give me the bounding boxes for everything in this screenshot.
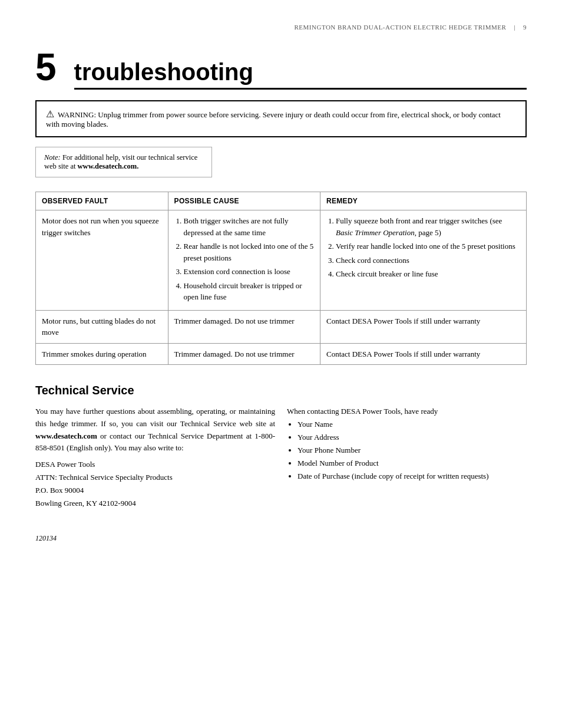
cause-3: Trimmer damaged. Do not use trimmer [168,343,320,365]
causes-1: Both trigger switches are not fully depr… [168,210,320,311]
page-header: REMINGTON BRAND DUAL-ACTION ELECTRIC HED… [35,24,527,31]
table-row: Motor runs, but cutting blades do not mo… [36,310,527,343]
cause-1-2: Rear handle is not locked into one of th… [184,241,314,263]
note-box: Note: For additional help, visit our tec… [35,147,212,177]
remedy-1-1: Fully squeeze both front and rear trigge… [336,215,520,238]
troubleshooting-table: OBSERVED FAULT POSSIBLE CAUSE REMEDY Mot… [35,192,527,365]
col-header-remedy: REMEDY [320,192,527,210]
remedy-1-4: Check circuit breaker or line fuse [336,268,520,280]
note-text: For additional help, visit our technical… [44,153,197,170]
page-number: 9 [523,24,527,31]
list-item: Your Name [297,418,527,431]
remedy-3: Contact DESA Power Tools if still under … [320,343,527,365]
remedy-2: Contact DESA Power Tools if still under … [320,310,527,343]
cause-1-3: Extension cord connection is loose [184,266,314,278]
technical-service-title: Technical Service [35,384,527,397]
list-item: Your Phone Number [297,444,527,457]
address-line-4: Bowling Green, KY 42102-9004 [35,497,275,510]
col-header-cause: POSSIBLE CAUSE [168,192,320,210]
tech-service-left: You may have further questions about ass… [35,406,275,510]
fault-2: Motor runs, but cutting blades do not mo… [36,310,168,343]
cause-1-1: Both trigger switches are not fully depr… [184,215,314,238]
address-block: DESA Power Tools ATTN: Technical Service… [35,458,275,510]
table-row: Trimmer smokes during operation Trimmer … [36,343,527,365]
technical-service-section: Technical Service You may have further q… [35,384,527,510]
chapter-name: troubleshooting [74,59,527,90]
warning-icon: ⚠ [46,109,54,119]
chapter-number: 5 [35,48,57,86]
right-intro: When contacting DESA Power Tools, have r… [287,406,527,418]
fault-3: Trimmer smokes during operation [36,343,168,365]
list-item: Model Number of Product [297,457,527,470]
table-row: Motor does not run when you squeeze trig… [36,210,527,311]
tech-service-right: When contacting DESA Power Tools, have r… [287,406,527,510]
list-item: Your Address [297,431,527,444]
tech-service-paragraph: You may have further questions about ass… [35,406,275,454]
col-header-fault: OBSERVED FAULT [36,192,168,210]
technical-service-content: You may have further questions about ass… [35,406,527,510]
remedy-1-2: Verify rear handle locked into one of th… [336,241,520,252]
address-line-2: ATTN: Technical Service Specialty Produc… [35,471,275,484]
note-url: www.desatech.com. [78,162,139,170]
warning-box: ⚠WARNING: Unplug trimmer from power sour… [35,100,527,137]
cause-2: Trimmer damaged. Do not use trimmer [168,310,320,343]
note-label: Note: [44,153,61,162]
remedy-1-3: Check cord connections [336,255,520,266]
fault-1: Motor does not run when you squeeze trig… [36,210,168,311]
website-bold: www.desatech.com [35,431,97,440]
chapter-title-block: 5 troubleshooting [35,48,527,90]
address-line-3: P.O. Box 90004 [35,484,275,497]
list-item: Date of Purchase (include copy of receip… [297,470,527,483]
warning-text: WARNING: Unplug trimmer from power sourc… [46,110,501,129]
contact-info-list: Your Name Your Address Your Phone Number… [297,418,527,483]
address-line-1: DESA Power Tools [35,458,275,471]
remedies-1: Fully squeeze both front and rear trigge… [320,210,527,311]
cause-1-4: Household circuit breaker is tripped or … [184,280,314,303]
header-title: REMINGTON BRAND DUAL-ACTION ELECTRIC HED… [295,24,507,31]
footer-code: 120134 [35,534,527,543]
